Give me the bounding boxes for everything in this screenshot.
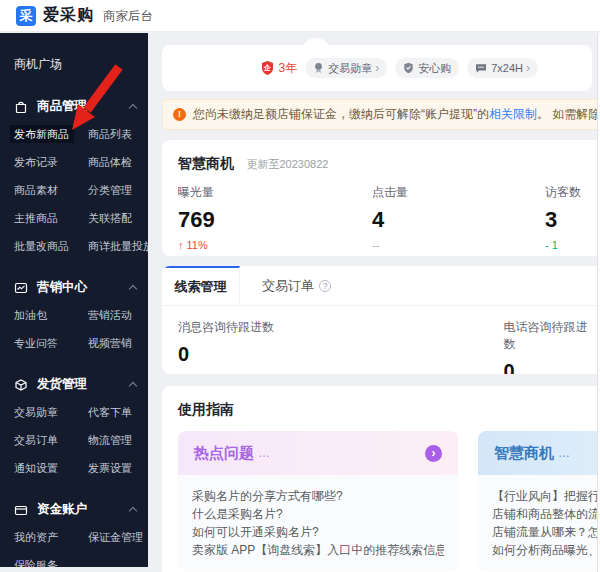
arrow-circle-icon[interactable]: › <box>425 445 442 462</box>
sidebar-item-product-list[interactable]: 商品列表 <box>88 127 148 142</box>
sidebar-item-business-plaza[interactable]: 商机广场 <box>0 56 148 73</box>
section-title: 商品管理 <box>37 98 87 115</box>
sidebar-item-logistics-management[interactable]: 物流管理 <box>88 433 148 448</box>
guide-card-title: 热点问题 <box>194 444 254 463</box>
service-7x24-badge[interactable]: 7x24H › <box>467 58 538 78</box>
portal-name: 商家后台 <box>103 8 153 25</box>
deposit-warning-banner: ! 您尚未缴纳足额店铺保证金，缴纳后可解除“账户提现”的相关限制。 如需解除限制… <box>162 99 600 130</box>
sidebar-item-insurance-service[interactable]: 保险服务 <box>14 558 88 567</box>
sidebar-item-notification-settings[interactable]: 通知设置 <box>14 461 88 476</box>
sidebar-group-shipping: 交易勋章 代客下单 交易订单 物流管理 通知设置 发票设置 <box>14 405 148 476</box>
chevron-up-icon[interactable] <box>129 285 137 293</box>
chevron-right-icon: › <box>526 61 530 75</box>
leads-card: 线索管理 交易订单 ? 消息咨询待跟进数 0 电话咨询待跟进数 0 <box>162 266 600 374</box>
metric-label: 消息咨询待跟进数 <box>178 319 504 336</box>
sidebar-item-professional-qa[interactable]: 专业问答 <box>14 336 88 351</box>
chat-icon <box>475 62 487 74</box>
sidebar-item-video-marketing[interactable]: 视频营销 <box>88 336 148 351</box>
bubble-tail <box>302 38 330 52</box>
years-label: 3年 <box>279 60 298 77</box>
sidebar-item-my-assets[interactable]: 我的资产 <box>14 530 88 545</box>
medal-icon <box>313 62 324 74</box>
updated-at: 更新至20230822 <box>246 158 328 170</box>
bag-icon <box>14 100 28 114</box>
badge-label: 7x24H <box>491 62 523 74</box>
question-link[interactable]: 【行业风向】把握行业风向 <box>492 487 600 505</box>
card-title: 智慧商机 <box>178 155 234 173</box>
tab-trade-orders[interactable]: 交易订单 ? <box>240 266 353 305</box>
sidebar-item-related-match[interactable]: 关联搭配 <box>88 211 148 226</box>
question-link[interactable]: 如何可以开通采购名片? <box>192 523 444 541</box>
stat-label: 点击量 <box>372 184 408 201</box>
question-link[interactable]: 卖家版 APP【询盘线索】入口中的推荐线索信息的来源是什么? <box>192 541 444 559</box>
ellipsis: … <box>258 446 270 460</box>
hot-questions-card: 热点问题 … › 采购名片的分享方式有哪些? 什么是采购名片? 如何可以开通采购… <box>178 431 458 571</box>
tab-label: 交易订单 <box>262 277 314 295</box>
secure-purchase-badge[interactable]: 安心购 <box>395 58 459 78</box>
sidebar-item-trade-orders[interactable]: 交易订单 <box>14 433 88 448</box>
enterprise-years-badge: 企 3年 <box>260 60 298 77</box>
sidebar-group-funds: 我的资产 保证金管理 保险服务 <box>14 530 148 567</box>
tab-leads-management[interactable]: 线索管理 <box>162 266 240 305</box>
sidebar-section-funds-account[interactable]: 资金账户 <box>14 501 136 518</box>
sidebar-item-publish-new-product[interactable]: 发布新商品 <box>14 127 88 142</box>
stat-value: 769 <box>178 207 215 233</box>
trade-medal-badge[interactable]: 交易勋章 › <box>305 58 387 78</box>
stat-exposure: 曝光量 769 ↑ 11% <box>178 184 215 251</box>
sidebar-item-product-check[interactable]: 商品体检 <box>88 155 148 170</box>
svg-text:企: 企 <box>263 64 271 71</box>
sidebar-item-order-on-behalf[interactable]: 代客下单 <box>88 405 148 420</box>
main-content: 企 3年 交易勋章 › 安心购 <box>148 33 600 572</box>
sidebar-item-boost-pack[interactable]: 加油包 <box>14 308 88 323</box>
enterprise-shield-icon: 企 <box>260 60 275 76</box>
section-title: 发货管理 <box>37 376 87 393</box>
aicaigou-logo-icon: 采 <box>16 6 36 26</box>
brand-name: 爱采购 <box>43 5 94 26</box>
sidebar-item-deposit-management[interactable]: 保证金管理 <box>88 530 148 545</box>
section-title: 营销中心 <box>37 279 87 296</box>
question-link[interactable]: 采购名片的分享方式有哪些? <box>192 487 444 505</box>
sidebar-section-marketing-center[interactable]: 营销中心 <box>14 279 136 296</box>
tab-bar: 线索管理 交易订单 ? <box>162 266 600 306</box>
sidebar-item-category-management[interactable]: 分类管理 <box>88 183 148 198</box>
sidebar-item-detail-bulk-launch[interactable]: 商详批量投放 <box>88 239 148 254</box>
notice-text: 您尚未缴纳足额店铺保证金，缴纳后可解除“账户提现”的 <box>193 106 489 123</box>
stat-delta: 11% <box>187 239 208 251</box>
stat-visitors: 访客数 3 - 1 <box>545 184 581 251</box>
metric-value: 0 <box>178 343 504 366</box>
sidebar-section-product-management[interactable]: 商品管理 <box>14 98 136 115</box>
sidebar-group-product: 发布新商品 商品列表 发布记录 商品体检 商品素材 分类管理 主推商品 关联搭配… <box>14 127 148 254</box>
up-arrow-icon: ↑ <box>178 239 184 251</box>
chevron-up-icon[interactable] <box>129 382 137 390</box>
sidebar-section-shipping-management[interactable]: 发货管理 <box>14 376 136 393</box>
question-link[interactable]: 店铺流量从哪来？怎样进行 <box>492 523 600 541</box>
sidebar-item-featured-products[interactable]: 主推商品 <box>14 211 88 226</box>
stat-label: 访客数 <box>545 184 581 201</box>
chevron-up-icon[interactable] <box>129 104 137 112</box>
sidebar-item-marketing-activities[interactable]: 营销活动 <box>88 308 148 323</box>
app-header: 采 爱采购 商家后台 <box>0 0 600 32</box>
sidebar-item-invoice-settings[interactable]: 发票设置 <box>88 461 148 476</box>
sidebar-item-product-assets[interactable]: 商品素材 <box>14 183 88 198</box>
stat-clicks: 点击量 4 -- <box>372 184 408 251</box>
tab-label: 线索管理 <box>175 278 227 296</box>
chevron-up-icon[interactable] <box>129 507 137 515</box>
notice-text: 。 如需解除限制，请点此 <box>537 106 600 123</box>
question-link[interactable]: 什么是采购名片? <box>192 505 444 523</box>
warning-icon: ! <box>173 108 186 121</box>
question-link[interactable]: 店铺和商品整体的流量曝光 <box>492 505 600 523</box>
sidebar-item-publish-records[interactable]: 发布记录 <box>14 155 88 170</box>
metric-label: 电话咨询待跟进数 <box>504 319 596 353</box>
help-icon[interactable]: ? <box>319 280 331 292</box>
question-link[interactable]: 如何分析商品曝光、点击数 <box>492 541 600 559</box>
chart-icon <box>14 281 28 295</box>
wallet-icon <box>14 503 28 517</box>
sidebar-item-bulk-edit[interactable]: 批量改商品 <box>14 239 88 254</box>
package-icon <box>14 378 28 392</box>
related-restriction-link[interactable]: 相关限制 <box>489 106 537 123</box>
sidebar-group-marketing: 加油包 营销活动 专业问答 视频营销 <box>14 308 148 351</box>
stat-delta: - 1 <box>545 239 581 251</box>
stat-delta: -- <box>372 239 408 251</box>
sidebar-item-trade-medal[interactable]: 交易勋章 <box>14 405 88 420</box>
badge-label: 交易勋章 <box>328 61 372 76</box>
